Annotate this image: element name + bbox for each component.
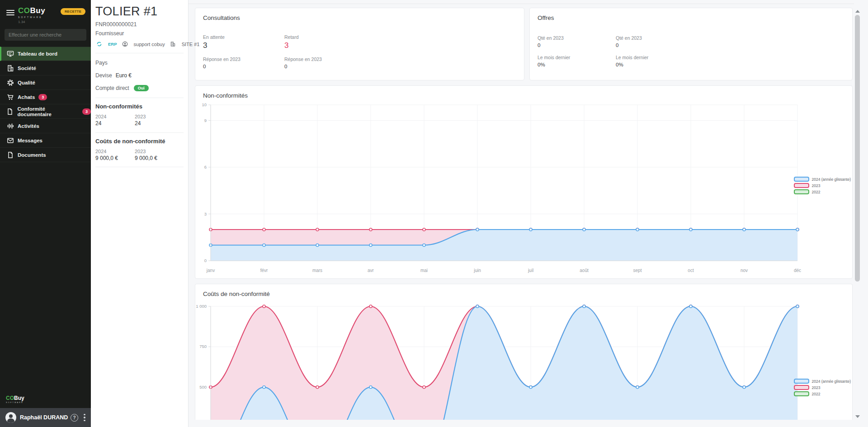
- svg-text:mars: mars: [312, 268, 322, 273]
- notification-badge: 3: [82, 108, 91, 115]
- svg-text:avr: avr: [368, 268, 374, 273]
- sync-icon: [95, 40, 103, 48]
- legend-swatch: [794, 177, 809, 182]
- more-options-icon[interactable]: [84, 414, 85, 422]
- site-tag: SITE #1: [169, 40, 200, 48]
- support-tag: support cobuy: [121, 40, 165, 48]
- svg-text:1 000: 1 000: [196, 304, 207, 309]
- legend-item[interactable]: 2022: [794, 391, 851, 396]
- svg-text:oct: oct: [688, 268, 694, 273]
- couts-chart-card: Coûts de non-conformité 1 000750500 2024…: [195, 284, 853, 420]
- stat-couts-2024: 20249 000,0 €: [95, 149, 135, 161]
- stat-qte-2023-b: Qté en 2023 0: [616, 35, 642, 48]
- card-title: Offres: [538, 14, 554, 21]
- svg-text:août: août: [580, 268, 589, 273]
- oui-badge: Oui: [134, 85, 149, 91]
- svg-text:6: 6: [204, 164, 207, 169]
- vertical-scrollbar-thumb[interactable]: [855, 15, 860, 282]
- sidebar-item-societe[interactable]: Société: [0, 61, 91, 75]
- svg-text:janv: janv: [206, 268, 215, 273]
- legend-swatch: [794, 189, 809, 194]
- stat-en-attente: En attente 3: [203, 34, 225, 50]
- horizontal-scroll-area: [377, 420, 868, 427]
- section-non-conformites: Non-conformités: [95, 103, 184, 110]
- avatar[interactable]: [5, 412, 16, 423]
- chart-legend: 2024 (année glissante)20232022: [794, 177, 851, 194]
- sidebar-item-messages[interactable]: Messages: [0, 133, 91, 148]
- vertical-scrollbar[interactable]: [854, 0, 861, 427]
- svg-text:500: 500: [199, 385, 207, 389]
- app-logo: COBuy SOFTWARE 1.34: [18, 6, 45, 24]
- help-icon[interactable]: ?: [71, 414, 78, 422]
- couts-chart: 1 000750500: [195, 284, 853, 420]
- legend-swatch: [794, 391, 809, 396]
- sidebar-item-conformite-documentaire[interactable]: Conformité documentaire3: [0, 104, 91, 119]
- building-icon: [6, 64, 14, 72]
- stat-reponse-2023-a: Réponse en 2023 0: [203, 56, 241, 69]
- legend-item[interactable]: 2022: [794, 189, 851, 194]
- stat-reponse-2023-b: Réponse en 2023 0: [284, 56, 322, 69]
- legend-swatch: [794, 385, 809, 390]
- offres-card: Offres Qté en 2023 0 Qté en 2023 0 Le mo…: [529, 8, 853, 80]
- activity-icon: [6, 122, 14, 130]
- scroll-down-icon[interactable]: [855, 415, 860, 418]
- sidebar-item-qualite[interactable]: Qualité: [0, 75, 91, 90]
- scroll-up-icon[interactable]: [855, 10, 860, 13]
- svg-text:déc: déc: [794, 268, 801, 273]
- legend-swatch: [794, 379, 809, 384]
- chart-legend: 2024 (année glissante)20232022: [794, 379, 851, 396]
- person-icon: [121, 40, 129, 48]
- dashboard-icon: [6, 50, 14, 58]
- sidebar-item-documents[interactable]: Documents: [0, 148, 91, 162]
- search-input[interactable]: [5, 29, 86, 41]
- svg-text:mai: mai: [420, 268, 428, 273]
- stat-nc-2023: 202324: [135, 114, 174, 127]
- svg-text:3: 3: [204, 211, 207, 216]
- stat-mois-dernier-a: Le mois dernier 0%: [538, 55, 570, 67]
- non-conformites-chart: 109630janvfévrmarsavrmaijuinjuilaoûtsept…: [195, 86, 853, 279]
- user-name: Raphaël DURAND: [20, 414, 71, 421]
- app-version: 1.34: [18, 20, 45, 24]
- legend-item[interactable]: 2024 (année glissante): [794, 379, 851, 384]
- non-conformites-chart-card: Non-conformités 109630janvfévrmarsavrmai…: [195, 85, 853, 279]
- sidebar-item-tableau-de-bord[interactable]: Tableau de bord: [0, 47, 91, 61]
- user-bar: Raphaël DURAND ?: [0, 408, 91, 427]
- svg-text:sept: sept: [633, 268, 642, 273]
- file-icon: [6, 151, 14, 159]
- notification-badge: 3: [38, 94, 47, 100]
- stat-qte-2023-a: Qté en 2023 0: [538, 35, 564, 48]
- svg-text:juil: juil: [528, 268, 533, 273]
- field-devise: DeviseEuro €: [95, 72, 184, 79]
- svg-text:févr: févr: [260, 268, 268, 273]
- building-icon: [169, 40, 177, 48]
- cart-icon: [6, 93, 14, 101]
- mail-icon: [6, 136, 14, 144]
- legend-item[interactable]: 2023: [794, 183, 851, 188]
- environment-badge: RECETTE: [61, 8, 85, 15]
- supplier-tags: ERP support cobuy SITE #1: [95, 40, 184, 48]
- svg-text:10: 10: [202, 102, 207, 107]
- svg-text:0: 0: [204, 258, 207, 263]
- erp-tag: ERP: [95, 40, 117, 48]
- sidebar-menu: Tableau de bordSociétéQualitéAchats3Conf…: [0, 47, 91, 162]
- consultations-card: Consultations En attente 3 Retard 3 Répo…: [195, 8, 524, 80]
- stat-nc-2024: 202424: [95, 114, 135, 127]
- legend-item[interactable]: 2024 (année glissante): [794, 177, 851, 182]
- supplier-type: Fournisseur: [95, 30, 184, 37]
- sidebar-item-activites[interactable]: Activités: [0, 119, 91, 133]
- svg-text:9: 9: [204, 118, 207, 123]
- section-couts: Coûts de non-conformité: [95, 138, 184, 145]
- svg-text:nov: nov: [741, 268, 748, 273]
- main-content: Consultations En attente 3 Retard 3 Répo…: [189, 0, 868, 427]
- supplier-code: FNR0000000021: [95, 21, 184, 28]
- sidebar-item-achats[interactable]: Achats3: [0, 90, 91, 104]
- svg-text:juin: juin: [473, 268, 481, 273]
- page-title: TOLIER #1: [95, 5, 184, 19]
- sidebar: COBuy SOFTWARE 1.34 RECETTE Tableau de b…: [0, 0, 91, 427]
- field-compte-direct: Compte directOui: [95, 85, 184, 91]
- menu-toggle-icon[interactable]: [6, 10, 14, 16]
- stat-couts-2023: 20239 000,0 €: [135, 149, 174, 161]
- footer-logo: COBuy SOFTWARE: [6, 395, 24, 404]
- gear-icon: [6, 79, 14, 86]
- legend-item[interactable]: 2023: [794, 385, 851, 390]
